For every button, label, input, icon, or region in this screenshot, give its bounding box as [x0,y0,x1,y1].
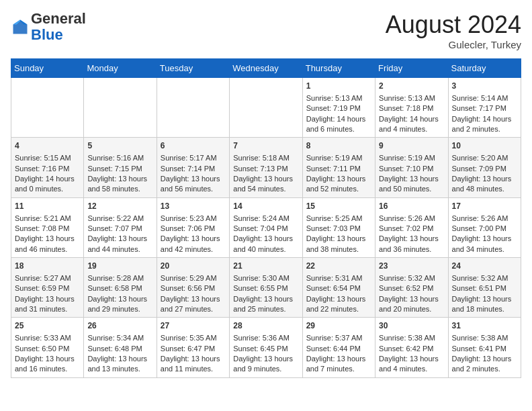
day-content-line: Daylight: 13 hours [161,175,220,183]
day-content-line: Sunrise: 5:38 AM [379,334,435,342]
day-content-line: Sunset: 6:55 PM [233,284,287,292]
day-content-line: Sunset: 6:51 PM [452,284,506,292]
day-content-line: Daylight: 13 hours [15,355,75,363]
day-content-line: Sunrise: 5:14 AM [452,94,508,102]
days-of-week-row: SundayMondayTuesdayWednesdayThursdayFrid… [11,59,521,78]
svg-marker-0 [13,20,28,34]
page-header: General Blue August 2024 Gulecler, Turke… [11,11,521,50]
day-content-line: Sunset: 6:45 PM [233,345,287,353]
day-content-line: Daylight: 13 hours [233,355,293,363]
day-header-thursday: Thursday [302,59,375,78]
day-header-wednesday: Wednesday [230,59,302,78]
day-content-line: Daylight: 13 hours [233,295,293,303]
calendar-day-3: 3Sunrise: 5:14 AMSunset: 7:17 PMDaylight… [448,78,521,138]
day-content-line: and 58 minutes. [87,185,140,193]
day-content-line: Sunset: 6:59 PM [15,284,69,292]
day-content-line: Daylight: 13 hours [306,175,366,183]
day-content-line: Sunrise: 5:38 AM [452,334,508,342]
day-content-line: Daylight: 13 hours [161,234,220,242]
day-content-line: Daylight: 13 hours [87,355,147,363]
day-number: 2 [379,81,444,92]
day-content-line: and 22 minutes. [306,305,359,313]
day-content-line: Sunrise: 5:25 AM [306,214,363,222]
calendar-week-2: 4Sunrise: 5:15 AMSunset: 7:16 PMDaylight… [11,138,521,197]
day-number: 13 [161,201,226,212]
day-content-line: Sunrise: 5:16 AM [87,154,144,162]
day-content-line: Sunset: 6:47 PM [161,345,215,353]
empty-cell [230,78,302,138]
day-header-monday: Monday [84,59,157,78]
logo-general-text: General [31,10,86,27]
day-number: 26 [87,320,152,332]
day-content-line: and 40 minutes. [233,245,285,253]
day-content-line: and 56 minutes. [161,185,213,193]
day-content-line: Sunrise: 5:19 AM [379,154,435,162]
day-content-line: Sunrise: 5:32 AM [452,274,508,282]
day-content-line: Sunset: 6:48 PM [87,345,142,353]
calendar-day-16: 16Sunrise: 5:26 AMSunset: 7:02 PMDayligh… [375,197,448,257]
day-content-line: and 44 minutes. [87,245,140,253]
calendar-day-9: 9Sunrise: 5:19 AMSunset: 7:10 PMDaylight… [375,138,448,197]
day-number: 25 [15,320,80,332]
day-content-line: Sunset: 7:11 PM [306,165,361,173]
day-content-line: and 9 minutes. [233,365,281,373]
day-content-line: and 7 minutes. [306,365,355,373]
day-content-line: and 38 minutes. [306,245,359,253]
day-content-line: Sunrise: 5:23 AM [161,214,217,222]
calendar-day-15: 15Sunrise: 5:25 AMSunset: 7:03 PMDayligh… [302,197,375,257]
day-content-line: Sunrise: 5:28 AM [87,274,144,282]
day-content-line: and 29 minutes. [87,305,140,313]
logo-blue-text: Blue [31,26,63,43]
calendar-day-2: 2Sunrise: 5:13 AMSunset: 7:18 PMDaylight… [375,78,448,138]
day-number: 23 [379,261,444,272]
calendar-day-24: 24Sunrise: 5:32 AMSunset: 6:51 PMDayligh… [448,258,521,318]
day-number: 29 [306,320,371,332]
day-content-line: and 2 minutes. [452,125,500,133]
logo-icon [11,17,30,36]
day-content-line: and 16 minutes. [15,365,67,373]
day-content-line: Sunrise: 5:29 AM [161,274,217,282]
day-content-line: Sunset: 6:50 PM [15,345,69,353]
day-content-line: Daylight: 13 hours [306,355,366,363]
day-content-line: Daylight: 13 hours [379,234,439,242]
calendar-day-29: 29Sunrise: 5:37 AMSunset: 6:44 PMDayligh… [302,318,375,377]
day-number: 20 [161,261,226,272]
day-number: 24 [452,261,517,272]
day-number: 17 [452,201,517,212]
day-content-line: Sunrise: 5:37 AM [306,334,363,342]
calendar-day-22: 22Sunrise: 5:31 AMSunset: 6:54 PMDayligh… [302,258,375,318]
day-number: 8 [306,140,371,152]
day-content-line: Daylight: 13 hours [379,175,439,183]
day-content-line: Daylight: 13 hours [452,295,512,303]
day-content-line: Sunrise: 5:13 AM [379,94,435,102]
calendar-day-10: 10Sunrise: 5:20 AMSunset: 7:09 PMDayligh… [448,138,521,197]
day-content-line: Sunrise: 5:20 AM [452,154,508,162]
calendar-day-25: 25Sunrise: 5:33 AMSunset: 6:50 PMDayligh… [11,318,84,377]
day-content-line: and 18 minutes. [452,305,504,313]
calendar-day-30: 30Sunrise: 5:38 AMSunset: 6:42 PMDayligh… [375,318,448,377]
day-content-line: Sunset: 7:18 PM [379,104,433,112]
calendar-day-27: 27Sunrise: 5:35 AMSunset: 6:47 PMDayligh… [157,318,229,377]
day-content-line: and 20 minutes. [379,305,431,313]
day-header-sunday: Sunday [11,59,84,78]
calendar-day-4: 4Sunrise: 5:15 AMSunset: 7:16 PMDaylight… [11,138,84,197]
day-number: 11 [15,201,80,212]
calendar-day-21: 21Sunrise: 5:30 AMSunset: 6:55 PMDayligh… [230,258,302,318]
day-content-line: Sunrise: 5:31 AM [306,274,363,282]
calendar-day-19: 19Sunrise: 5:28 AMSunset: 6:58 PMDayligh… [84,258,157,318]
day-content-line: Daylight: 13 hours [452,234,512,242]
day-content-line: Sunset: 7:08 PM [15,224,69,232]
day-content-line: Sunset: 7:10 PM [379,165,433,173]
day-content-line: and 48 minutes. [452,185,504,193]
day-number: 12 [87,201,152,212]
day-number: 9 [379,140,444,152]
calendar-day-26: 26Sunrise: 5:34 AMSunset: 6:48 PMDayligh… [84,318,157,377]
day-content-line: and 4 minutes. [379,125,427,133]
day-content-line: Sunrise: 5:19 AM [306,154,363,162]
day-content-line: Daylight: 13 hours [87,295,147,303]
day-header-friday: Friday [375,59,448,78]
day-number: 31 [452,320,517,332]
day-content-line: Daylight: 13 hours [87,234,147,242]
day-content-line: Sunset: 6:58 PM [87,284,142,292]
month-year: August 2024 [386,11,521,39]
